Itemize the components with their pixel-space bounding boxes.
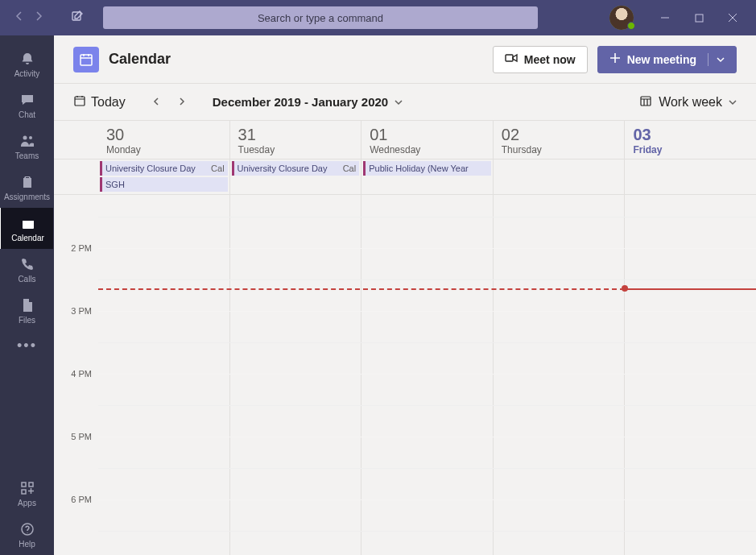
all-day-cell[interactable]: Public Holiday (New Year (361, 159, 494, 194)
search-placeholder: Search or type a command (258, 12, 383, 24)
rail-label: Activity (0, 69, 54, 78)
day-name: Tuesday (238, 144, 353, 155)
day-headers: 30 Monday 31 Tuesday 01 Wednesday 02 Thu… (54, 121, 756, 159)
next-week-button[interactable] (171, 95, 193, 110)
svg-rect-11 (506, 55, 513, 61)
calendar-pane: Calendar Meet now New meeting Today (54, 35, 756, 555)
bell-icon (0, 50, 54, 68)
rail-item-activity[interactable]: Activity (0, 43, 54, 85)
forward-button[interactable] (32, 10, 45, 26)
calendar-app-icon (73, 47, 99, 72)
calendar-icon (2, 214, 53, 232)
day-header[interactable]: 02 Thursday (494, 121, 626, 159)
day-name: Wednesday (370, 144, 485, 155)
svg-rect-5 (23, 218, 34, 221)
svg-point-3 (29, 136, 32, 139)
day-name: Thursday (502, 144, 617, 155)
day-header[interactable]: 30 Monday (98, 121, 230, 159)
rail-label: Calls (0, 275, 54, 284)
page-title: Calendar (109, 51, 171, 68)
all-day-row: University Closure DayCal SGH University… (54, 159, 756, 195)
meet-now-button[interactable]: Meet now (493, 46, 588, 73)
rail-label: Files (0, 316, 54, 325)
view-label: Work week (659, 95, 722, 110)
rail-label: Teams (0, 151, 54, 160)
date-nav (145, 95, 193, 110)
chevron-down-icon[interactable] (708, 53, 725, 66)
date-range-picker[interactable]: December 2019 - January 2020 (213, 95, 403, 109)
svg-rect-7 (29, 483, 33, 487)
calendar-event[interactable]: University Closure DayCal (232, 161, 360, 176)
all-day-cell[interactable] (494, 159, 626, 194)
view-selector[interactable]: Work week (639, 94, 737, 110)
day-header[interactable]: 01 Wednesday (361, 121, 494, 159)
time-label: 3 PM (71, 306, 92, 316)
day-number: 01 (370, 126, 485, 144)
svg-rect-12 (75, 97, 85, 106)
calendar-grid: 30 Monday 31 Tuesday 01 Wednesday 02 Thu… (54, 121, 756, 555)
calendar-view-icon (639, 94, 652, 110)
new-meeting-button[interactable]: New meeting (597, 46, 737, 73)
svg-rect-10 (81, 55, 92, 65)
rail-item-assignments[interactable]: Assignments (0, 167, 54, 208)
calendar-event[interactable]: Public Holiday (New Year (363, 161, 491, 176)
day-header-today[interactable]: 03 Friday (625, 121, 756, 159)
svg-rect-1 (696, 14, 703, 22)
rail-item-calendar[interactable]: Calendar (0, 208, 53, 249)
compose-button[interactable] (71, 10, 84, 26)
back-button[interactable] (13, 10, 26, 26)
all-day-cell[interactable]: University Closure DayCal (230, 159, 362, 194)
all-day-cell[interactable] (625, 159, 756, 194)
rail-item-files[interactable]: Files (0, 290, 54, 331)
video-icon (505, 52, 518, 67)
rail-label: Calendar (2, 234, 53, 242)
svg-rect-6 (22, 483, 26, 487)
plus-icon (609, 52, 621, 66)
window-close-button[interactable] (716, 0, 750, 35)
calendar-today-icon (73, 94, 86, 110)
today-button[interactable]: Today (73, 94, 126, 110)
time-label: 2 PM (71, 243, 92, 253)
day-number: 31 (238, 126, 353, 144)
rail-item-calls[interactable]: Calls (0, 249, 54, 290)
time-label: 4 PM (71, 369, 92, 379)
app-rail: Activity Chat Teams Assignments Calendar… (0, 35, 54, 555)
day-name: Monday (106, 144, 221, 155)
current-time-line-today (625, 288, 756, 290)
all-day-cell[interactable]: University Closure DayCal SGH (98, 159, 230, 194)
button-label: New meeting (627, 53, 696, 66)
rail-item-help[interactable]: Help (0, 514, 54, 555)
window-minimize-button[interactable] (648, 0, 682, 35)
rail-more-button[interactable]: ••• (0, 331, 54, 361)
history-nav (6, 10, 52, 26)
time-gutter: 2 PM3 PM4 PM5 PM6 PM (54, 195, 98, 555)
calendar-toolbar: Today December 2019 - January 2020 Work … (54, 84, 756, 121)
calendar-event[interactable]: University Closure DayCal (100, 161, 228, 176)
time-label: 6 PM (71, 495, 92, 504)
time-label: 5 PM (71, 432, 92, 441)
date-range-label: December 2019 - January 2020 (213, 95, 388, 109)
search-input[interactable]: Search or type a command (103, 6, 538, 29)
rail-label: Help (0, 540, 54, 549)
prev-week-button[interactable] (145, 95, 167, 110)
apps-icon (0, 479, 54, 497)
help-icon (0, 520, 54, 538)
rail-item-chat[interactable]: Chat (0, 85, 54, 126)
button-label: Meet now (524, 53, 576, 66)
chat-icon (0, 91, 54, 109)
rail-label: Assignments (0, 193, 54, 201)
day-number: 03 (633, 126, 748, 144)
teams-icon (0, 132, 54, 150)
calendar-event[interactable]: SGH (100, 177, 228, 192)
day-header[interactable]: 31 Tuesday (230, 121, 362, 159)
chevron-down-icon (729, 95, 737, 110)
files-icon (0, 296, 54, 314)
time-grid[interactable]: 2 PM3 PM4 PM5 PM6 PM (54, 195, 756, 555)
window-maximize-button[interactable] (682, 0, 716, 35)
assignments-icon (0, 173, 54, 191)
svg-point-2 (23, 136, 27, 140)
rail-item-teams[interactable]: Teams (0, 126, 54, 167)
rail-item-apps[interactable]: Apps (0, 473, 54, 514)
calls-icon (0, 255, 54, 273)
calendar-header: Calendar Meet now New meeting (54, 35, 756, 84)
